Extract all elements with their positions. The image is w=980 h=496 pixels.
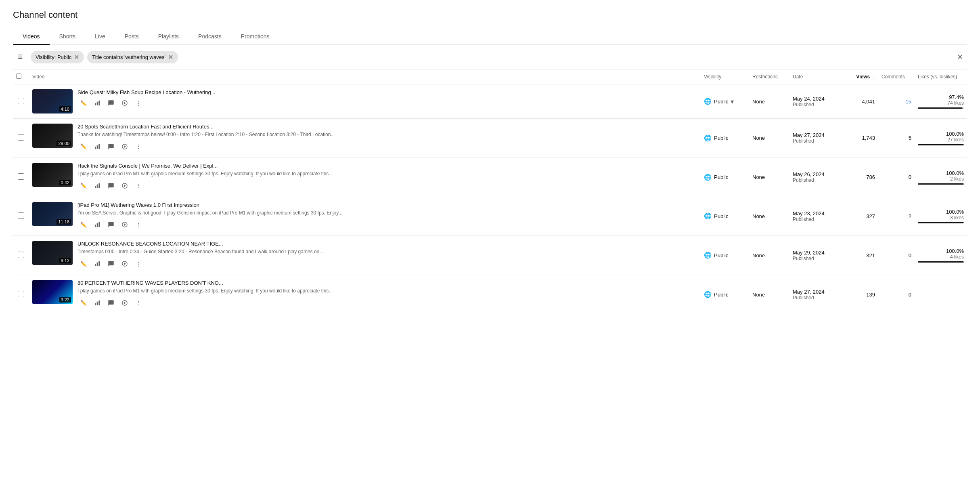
- visibility-cell[interactable]: 🌐 Public: [701, 236, 749, 275]
- more-button[interactable]: ⋮: [132, 297, 144, 309]
- more-button[interactable]: ⋮: [132, 258, 144, 270]
- visibility-dropdown[interactable]: 🌐 Public: [704, 252, 746, 259]
- comments-button[interactable]: [105, 97, 117, 109]
- globe-icon: 🌐: [704, 291, 712, 298]
- column-header-visibility: Visibility: [701, 69, 749, 84]
- svg-rect-11: [98, 222, 100, 227]
- edit-button[interactable]: ✏️: [77, 97, 90, 109]
- youtube-button[interactable]: [119, 97, 131, 109]
- video-cell: 29:00 20 Spots Scarletthorn Location Fas…: [29, 119, 701, 158]
- filter-icon-button[interactable]: ☰: [13, 50, 27, 64]
- analytics-button[interactable]: [91, 180, 103, 192]
- date-status: Published: [793, 138, 835, 144]
- column-header-restrictions: Restrictions: [749, 69, 789, 84]
- title-filter-chip[interactable]: Title contains 'wuthering waves' ✕: [87, 51, 178, 63]
- comments-button[interactable]: [105, 141, 117, 153]
- comments-link[interactable]: 15: [906, 99, 911, 105]
- comments-button[interactable]: [105, 219, 117, 231]
- edit-button[interactable]: ✏️: [77, 219, 90, 231]
- date-status: Published: [793, 177, 835, 183]
- clear-all-filters-button[interactable]: ✕: [953, 50, 967, 64]
- restrictions-cell: None: [749, 236, 789, 275]
- youtube-button[interactable]: [119, 297, 131, 309]
- likes-cell: 100.0% 3 likes: [915, 197, 967, 236]
- video-description: Thanks for watching! Timestamps below! 0…: [77, 131, 697, 138]
- date-cell: May 23, 2024 Published: [789, 197, 838, 236]
- views-sort-icon: ↓: [873, 74, 875, 79]
- visibility-cell[interactable]: 🌐 Public ▾: [701, 84, 749, 119]
- remove-visibility-filter-button[interactable]: ✕: [74, 53, 79, 61]
- row-checkbox-5[interactable]: [18, 291, 24, 297]
- tab-live[interactable]: Live: [85, 28, 115, 44]
- edit-button[interactable]: ✏️: [77, 258, 90, 270]
- filter-bar: ☰ Visibility: Public ✕ Title contains 'w…: [13, 45, 967, 69]
- likes-bar: [918, 183, 964, 185]
- tab-shorts[interactable]: Shorts: [50, 28, 85, 44]
- edit-button[interactable]: ✏️: [77, 141, 90, 153]
- analytics-button[interactable]: [91, 219, 103, 231]
- table-row: 9:13 UNLOCK RESONANCE BEACONS LOCATION N…: [13, 236, 967, 275]
- video-cell: 3:22 80 PERCENT WUTHERING WAVES PLAYERS …: [29, 275, 701, 314]
- analytics-button[interactable]: [91, 141, 103, 153]
- thumbnail: 4:10: [32, 89, 73, 113]
- tab-bar: Videos Shorts Live Posts Playlists Podca…: [13, 28, 967, 45]
- more-button[interactable]: ⋮: [132, 180, 144, 192]
- row-checkbox-3[interactable]: [18, 212, 24, 219]
- analytics-button[interactable]: [91, 297, 103, 309]
- video-duration: 9:13: [59, 258, 71, 263]
- row-checkbox-0[interactable]: [18, 98, 24, 104]
- visibility-cell[interactable]: 🌐 Public: [701, 158, 749, 197]
- globe-icon: 🌐: [704, 174, 712, 181]
- tab-promotions[interactable]: Promotions: [231, 28, 279, 44]
- visibility-cell[interactable]: 🌐 Public: [701, 197, 749, 236]
- video-description: I play games on iPad Pro M1 with graphic…: [77, 288, 697, 294]
- views-cell: 786: [838, 158, 878, 197]
- more-button[interactable]: ⋮: [132, 97, 144, 109]
- row-checkbox-1[interactable]: [18, 134, 24, 141]
- thumbnail: 0:42: [32, 163, 73, 187]
- video-title: 80 PERCENT WUTHERING WAVES PLAYERS DON'T…: [77, 280, 697, 286]
- edit-button[interactable]: ✏️: [77, 297, 90, 309]
- svg-rect-4: [97, 145, 98, 149]
- video-title: [iPad Pro M1] Wuthering Waves 1.0 First …: [77, 202, 697, 208]
- visibility-dropdown[interactable]: 🌐 Public: [704, 174, 746, 181]
- comments-button[interactable]: [105, 297, 117, 309]
- likes-bar: [918, 107, 964, 109]
- select-all-checkbox[interactable]: [16, 74, 21, 79]
- comments-button[interactable]: [105, 258, 117, 270]
- comments-cell: 0: [878, 158, 915, 197]
- analytics-button[interactable]: [91, 97, 103, 109]
- svg-rect-3: [95, 147, 96, 149]
- video-actions: ✏️ ⋮: [77, 141, 697, 153]
- row-checkbox-4[interactable]: [18, 252, 24, 258]
- youtube-button[interactable]: [119, 258, 131, 270]
- visibility-dropdown[interactable]: 🌐 Public: [704, 212, 746, 220]
- more-button[interactable]: ⋮: [132, 141, 144, 153]
- more-button[interactable]: ⋮: [132, 219, 144, 231]
- tab-podcasts[interactable]: Podcasts: [188, 28, 231, 44]
- column-header-date: Date: [789, 69, 838, 84]
- visibility-dropdown[interactable]: 🌐 Public: [704, 135, 746, 142]
- visibility-dropdown[interactable]: 🌐 Public: [704, 291, 746, 298]
- visibility-cell[interactable]: 🌐 Public: [701, 275, 749, 314]
- youtube-button[interactable]: [119, 180, 131, 192]
- comments-cell[interactable]: 15: [878, 84, 915, 119]
- edit-button[interactable]: ✏️: [77, 180, 90, 192]
- tab-videos[interactable]: Videos: [13, 28, 50, 44]
- visibility-dropdown[interactable]: 🌐 Public ▾: [704, 98, 746, 105]
- globe-icon: 🌐: [704, 135, 712, 142]
- visibility-cell[interactable]: 🌐 Public: [701, 119, 749, 158]
- youtube-button[interactable]: [119, 141, 131, 153]
- date-value: May 26, 2024: [793, 171, 835, 177]
- column-header-views[interactable]: Views ↓: [838, 69, 878, 84]
- comments-button[interactable]: [105, 180, 117, 192]
- globe-icon: 🌐: [704, 212, 712, 220]
- analytics-button[interactable]: [91, 258, 103, 270]
- tab-posts[interactable]: Posts: [115, 28, 149, 44]
- row-checkbox-2[interactable]: [18, 173, 24, 180]
- visibility-filter-chip[interactable]: Visibility: Public ✕: [31, 51, 84, 63]
- youtube-button[interactable]: [119, 219, 131, 231]
- tab-playlists[interactable]: Playlists: [149, 28, 188, 44]
- remove-title-filter-button[interactable]: ✕: [168, 53, 173, 61]
- likes-bar: [918, 144, 964, 145]
